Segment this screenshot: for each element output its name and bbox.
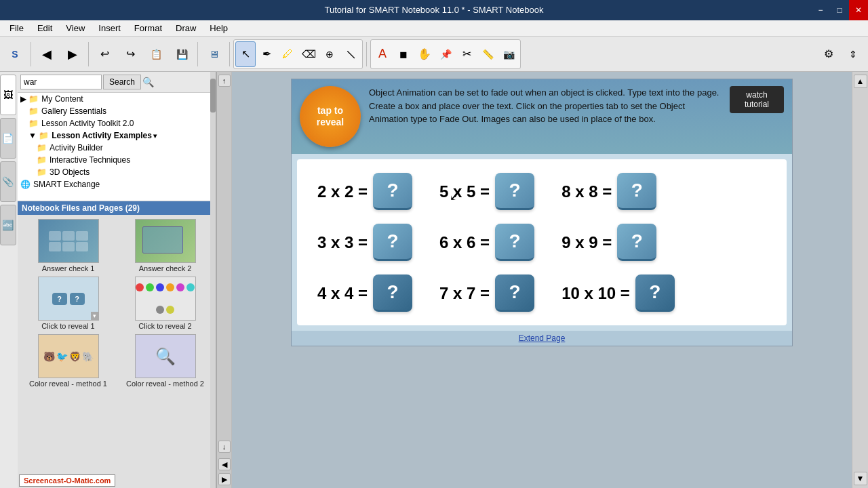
search-options-icon[interactable]: 🔍 xyxy=(142,77,154,87)
select-tool-button[interactable]: ↖ xyxy=(235,41,256,67)
eq-5x5: 5 x 5 = ? xyxy=(439,173,534,210)
thumbnail-answer-check-2[interactable]: Answer check 2 xyxy=(119,219,212,272)
thumb-label-color-reveal-2: Color reveal - method 2 xyxy=(126,380,204,388)
redo-button[interactable]: ↪ xyxy=(118,39,142,69)
tree-item-3d-objects[interactable]: 📁 3D Objects xyxy=(18,166,216,178)
page-down-button[interactable]: ↓ xyxy=(218,441,231,453)
answer-box-4x4[interactable]: ? xyxy=(373,274,412,312)
undo-button[interactable]: ↩ xyxy=(92,39,117,69)
sidebar-tab-properties[interactable]: 🔤 xyxy=(0,205,16,245)
tree-item-toolkit[interactable]: 📁 Lesson Activity Toolkit 2.0 xyxy=(18,117,216,129)
thumb-label-color-reveal-1: Color reveal - method 1 xyxy=(29,380,107,388)
save-button[interactable]: 💾 xyxy=(170,39,194,69)
text-tool-button[interactable]: A xyxy=(372,41,393,67)
answer-box-10x10[interactable]: ? xyxy=(635,274,675,312)
menu-view[interactable]: View xyxy=(59,22,92,35)
thumb-img-answer-check-2 xyxy=(135,219,196,263)
pen-tool-button[interactable]: ✒ xyxy=(256,41,277,67)
hand-tool-button[interactable]: ✋ xyxy=(414,41,435,67)
menu-help[interactable]: Help xyxy=(203,22,235,35)
math-row-3: 4 x 4 = ? 7 x 7 = ? 10 x 10 = ? xyxy=(317,274,766,312)
thumb-label-answer-check-2: Answer check 2 xyxy=(139,264,192,272)
thumb-visual-6: 🔍 xyxy=(136,335,195,378)
ruler-tool-button[interactable]: 📏 xyxy=(477,41,498,67)
tree-item-lesson-examples[interactable]: ▼ 📁 Lesson Activity Examples ▾ xyxy=(18,129,216,142)
settings-button[interactable]: ⚙ xyxy=(816,39,841,69)
expand-button[interactable]: ⇕ xyxy=(841,39,865,69)
toolbar-separator-5 xyxy=(366,42,367,66)
eq-3x3-text: 3 x 3 = xyxy=(317,233,368,252)
eq-5x5-text: 5 x 5 = xyxy=(439,182,490,201)
thumbnail-color-reveal-2[interactable]: 🔍 Color reveal - method 2 xyxy=(119,334,212,388)
tree-item-activity-builder[interactable]: 📁 Activity Builder xyxy=(18,142,216,154)
toolbar-separator-4 xyxy=(229,42,230,66)
page-header: tap to reveal Object Animation can be se… xyxy=(292,79,792,154)
toolbar-separator-3 xyxy=(197,42,198,66)
menu-insert[interactable]: Insert xyxy=(92,22,127,35)
page-up-button[interactable]: ↑ xyxy=(218,75,231,87)
maximize-button[interactable]: □ xyxy=(830,0,849,20)
menu-format[interactable]: Format xyxy=(127,22,169,35)
answer-box-2x2[interactable]: ? xyxy=(373,173,412,210)
paste-button[interactable]: 📋 xyxy=(144,39,168,69)
answer-box-5x5[interactable]: ? xyxy=(495,173,534,210)
eq-4x4-text: 4 x 4 = xyxy=(317,284,368,303)
tree-item-my-content[interactable]: ▶ 📁 My Content xyxy=(18,93,216,105)
search-button[interactable]: Search xyxy=(103,75,141,89)
sidebar-tab-pages[interactable]: 📄 xyxy=(0,118,16,159)
search-input[interactable] xyxy=(20,75,102,89)
main-area: 🖼 📄 📎 🔤 Search 🔍 ▶ 📁 My Content 📁 Ga xyxy=(0,72,868,488)
menubar: File Edit View Insert Format Draw Help xyxy=(0,20,868,37)
prev-page-button[interactable]: ◀ xyxy=(218,458,231,470)
screen-button[interactable]: 🖥 xyxy=(201,39,226,69)
thumb-visual-5: 🐻🐦🦁🐘 xyxy=(39,335,98,378)
thumbnail-click-reveal-1[interactable]: ? ? ▾ Click to reveal 1 xyxy=(22,277,115,330)
menu-file[interactable]: File xyxy=(3,22,31,35)
scroll-down-button[interactable]: ▼ xyxy=(854,472,867,485)
watch-tutorial-button[interactable]: watch tutorial xyxy=(730,86,784,113)
thumbnail-section-header[interactable]: Notebook Files and Pages (29) xyxy=(18,201,216,215)
thumb-label-click-reveal-1: Click to reveal 1 xyxy=(41,322,94,330)
menu-edit[interactable]: Edit xyxy=(31,22,59,35)
eraser-tool-button[interactable]: ⌫ xyxy=(298,41,319,67)
highlighter-tool-button[interactable]: 🖊 xyxy=(277,41,298,67)
extend-page-button[interactable]: Extend Page xyxy=(292,331,792,346)
tree-item-smart-exchange[interactable]: 🌐 SMART Exchange xyxy=(18,178,216,190)
sidebar-tab-gallery[interactable]: 🖼 xyxy=(0,75,16,115)
thumbnail-answer-check-1[interactable]: Answer check 1 xyxy=(22,219,115,272)
window-title: Tutorial for SMART Notebook 11.0 * - SMA… xyxy=(325,5,544,15)
answer-box-8x8[interactable]: ? xyxy=(617,173,656,210)
sidebar: 🖼 📄 📎 🔤 Search 🔍 ▶ 📁 My Content 📁 Ga xyxy=(0,72,217,488)
thumb-img-color-reveal-1: 🐻🐦🦁🐘 xyxy=(38,334,99,378)
smart-logo-button[interactable]: S xyxy=(3,39,27,69)
thumb-img-click-reveal-1: ? ? ▾ xyxy=(38,277,99,321)
scissors-tool-button[interactable]: ✂ xyxy=(456,41,477,67)
answer-box-6x6[interactable]: ? xyxy=(495,224,534,261)
minimize-button[interactable]: − xyxy=(811,0,830,20)
math-row-2: 3 x 3 = ? 6 x 6 = ? 9 x 9 = ? xyxy=(317,224,766,261)
scroll-up-button[interactable]: ▲ xyxy=(854,75,867,88)
thumbnail-click-reveal-2[interactable]: Click to reveal 2 xyxy=(119,277,212,330)
answer-box-3x3[interactable]: ? xyxy=(373,224,412,261)
toolbar-separator-1 xyxy=(31,42,31,66)
tree-item-interactive-techniques[interactable]: 📁 Interactive Techniques xyxy=(18,154,216,166)
sidebar-tab-attachments[interactable]: 📎 xyxy=(0,161,16,202)
nav-back-button[interactable]: ◀ xyxy=(35,39,59,69)
thumbnail-color-reveal-1[interactable]: 🐻🐦🦁🐘 Color reveal - method 1 xyxy=(22,334,115,388)
shape-tool-button[interactable]: ◼ xyxy=(393,41,414,67)
nav-forward-button[interactable]: ▶ xyxy=(60,39,85,69)
tree-item-gallery-essentials[interactable]: 📁 Gallery Essentials xyxy=(18,105,216,117)
next-page-button[interactable]: ▶ xyxy=(218,473,231,485)
answer-box-7x7[interactable]: ? xyxy=(495,274,534,312)
notebook-page: tap to reveal Object Animation can be se… xyxy=(291,79,793,346)
answer-box-9x9[interactable]: ? xyxy=(617,224,656,261)
camera-tool-button[interactable]: 📷 xyxy=(498,41,519,67)
sidebar-scroll-thumb[interactable] xyxy=(210,79,216,113)
eq-8x8: 8 x 8 = ? xyxy=(561,173,656,210)
sidebar-scrollbar[interactable] xyxy=(210,72,216,488)
menu-draw[interactable]: Draw xyxy=(169,22,203,35)
thumb-img-click-reveal-2 xyxy=(135,277,196,321)
eq-3x3: 3 x 3 = ? xyxy=(317,224,412,261)
pin-tool-button[interactable]: 📌 xyxy=(435,41,456,67)
close-button[interactable]: ✕ xyxy=(849,0,868,20)
